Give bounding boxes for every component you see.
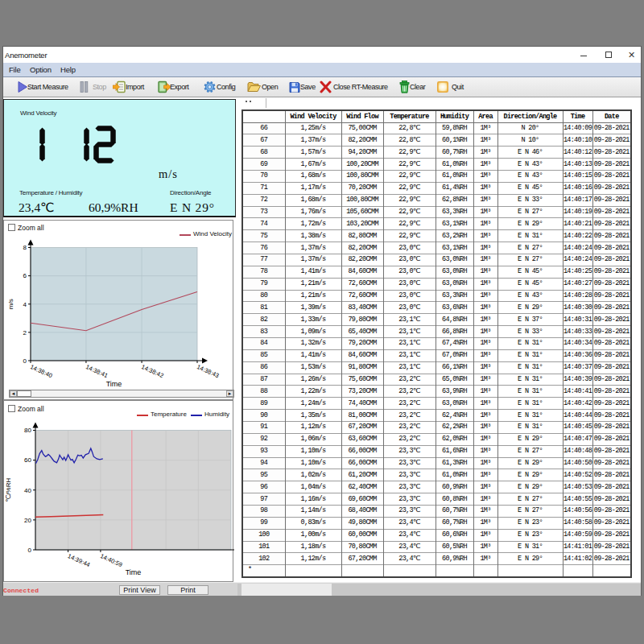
table-hscrollbar-thumb[interactable] <box>242 584 332 596</box>
cell: 100,80CMM <box>341 194 383 206</box>
table-row[interactable]: 1001,00m/s60,00CMM23,4℃60,6%RH1M³E N 23°… <box>242 529 631 541</box>
cell: E N 29° <box>497 302 563 314</box>
maximize-button[interactable] <box>594 47 617 63</box>
cell: 60,7%RH <box>436 506 473 518</box>
menu-item-help[interactable]: Help <box>60 65 76 74</box>
table-row[interactable]: 811,39m/s83,40CMM23,0℃63,6%RH1M³E N 29°1… <box>242 302 631 314</box>
cell: 09-28-2021 <box>592 481 631 493</box>
close-button[interactable]: ✕ <box>617 47 641 63</box>
cell: 23,0℃ <box>383 290 436 302</box>
table-row[interactable]: 971,16m/s69,60CMM23,3℃60,8%RH1M³E N 27°1… <box>242 493 631 506</box>
table-row[interactable]: 801,21m/s72,60CMM23,0℃63,3%RH1M³E N 43°1… <box>242 290 631 302</box>
table-row[interactable]: 791,21m/s72,60CMM23,0℃63,0%RH1M³E N 45°1… <box>242 278 631 290</box>
column-header-time[interactable]: Time <box>563 110 592 122</box>
cell: 23,1℃ <box>383 314 436 326</box>
toolbar-button-quit[interactable]: Quit <box>437 77 469 97</box>
cell: 100,80CMM <box>341 170 383 182</box>
table-row[interactable]: 731,76m/s105,60CMM22,9℃63,3%RH1M³E N 27°… <box>242 206 631 218</box>
table-row[interactable]: 671,37m/s82,20CMM22,8℃60,1%RH1M³N 10°14:… <box>242 134 631 147</box>
y-tick-label: 60 <box>24 456 31 464</box>
column-header-rowhdr[interactable] <box>242 110 285 122</box>
cell: 22,9℃ <box>383 159 436 171</box>
cell: 09-28-2021 <box>592 170 631 182</box>
column-header-date[interactable]: Date <box>592 110 631 122</box>
toolbar-button-save[interactable]: Save <box>289 77 318 97</box>
cell: E N 46° <box>497 147 563 159</box>
table-row[interactable]: 961,04m/s62,40CMM23,3℃60,9%RH1M³E N 29°1… <box>242 481 631 493</box>
new-row[interactable]: * <box>242 565 631 577</box>
cell: 14:40:53 <box>563 481 592 493</box>
table-row[interactable]: 771,37m/s82,20CMM23,0℃63,0%RH1M³E N 27°1… <box>242 254 631 266</box>
toolbar-button-import[interactable]: Import <box>113 77 151 97</box>
scroll-left-arrow[interactable]: ◄ <box>10 390 17 397</box>
temp-humidity-chart-panel: Zoom allTemperatureHumidity02040608014:3… <box>3 400 233 582</box>
table-row[interactable]: 901,35m/s81,00CMM23,2℃62,4%RH1M³E N 31°1… <box>242 410 631 422</box>
x-tick-label: 14:39:44 <box>67 552 91 568</box>
table-row[interactable]: 881,22m/s73,20CMM23,2℃63,9%RH1M³E N 31°1… <box>242 386 631 398</box>
cell: 100,20CMM <box>341 159 383 171</box>
table-row[interactable]: 921,06m/s63,60CMM23,2℃62,0%RH1M³E N 29°1… <box>242 433 631 445</box>
table-row[interactable]: 931,10m/s66,00CMM23,3℃61,6%RH1M³E N 27°1… <box>242 445 631 457</box>
table-row[interactable]: 781,41m/s84,60CMM23,0℃63,0%RH1M³E N 45°1… <box>242 266 631 278</box>
column-header-direction-angle[interactable]: Direction/Angle <box>497 110 563 122</box>
toolbar-button-config[interactable]: Config <box>204 77 242 97</box>
play-icon <box>17 80 28 93</box>
toolbar-button-open[interactable]: Open <box>247 77 279 97</box>
row-header: 88 <box>242 386 285 398</box>
print-button[interactable]: Print <box>167 585 208 595</box>
table-row[interactable]: 721,68m/s100,80CMM22,9℃62,8%RH1M³E N 33°… <box>242 194 631 206</box>
table-row[interactable]: 871,26m/s75,60CMM23,2℃65,0%RH1M³E N 31°1… <box>242 374 631 386</box>
table-row[interactable]: 821,33m/s79,80CMM23,1℃64,8%RH1M³E N 37°1… <box>242 314 631 326</box>
menu-item-option[interactable]: Option <box>30 65 52 74</box>
cell: 82,80CMM <box>341 230 383 242</box>
menu-item-file[interactable]: File <box>9 65 21 74</box>
column-header-wind-velocity[interactable]: Wind Velocity <box>285 110 341 122</box>
cell: 1,37m/s <box>285 134 341 147</box>
scroll-right-arrow[interactable]: ► <box>226 390 233 397</box>
table-row[interactable]: 1021,12m/s67,20CMM23,4℃60,9%RH1M³E N 29°… <box>242 553 631 565</box>
chart-hscrollbar[interactable]: ◄► <box>9 390 234 398</box>
table-row[interactable]: 1011,18m/s70,80CMM23,4℃60,5%RH1M³E N 31°… <box>242 541 631 553</box>
table-row[interactable]: 941,10m/s66,00CMM23,3℃61,3%RH1M³E N 29°1… <box>242 457 631 469</box>
table-row[interactable]: 851,41m/s84,60CMM23,1℃67,0%RH1M³E N 31°1… <box>242 349 631 361</box>
table-row[interactable]: 981,14m/s68,40CMM23,3℃60,7%RH1M³E N 27°1… <box>242 506 631 518</box>
table-row[interactable]: 911,12m/s67,20CMM23,2℃62,2%RH1M³E N 31°1… <box>242 421 631 433</box>
cell: 79,20CMM <box>341 337 383 349</box>
cell: 1M³ <box>473 361 497 374</box>
scroll-thumb[interactable] <box>17 390 31 397</box>
table-row[interactable]: 831,09m/s65,40CMM23,1℃66,8%RH1M³E N 33°1… <box>242 326 631 338</box>
toolbar-button-export[interactable]: Export <box>158 77 196 97</box>
column-header-area[interactable]: Area <box>473 110 497 122</box>
toolbar-button-clear[interactable]: Clear <box>399 77 431 97</box>
export-icon <box>158 80 171 97</box>
table-row[interactable]: 761,37m/s82,20CMM23,0℃63,1%RH1M³E N 27°1… <box>242 242 631 254</box>
table-row[interactable]: 891,24m/s74,40CMM23,2℃63,0%RH1M³E N 31°1… <box>242 398 631 410</box>
cell: 09-28-2021 <box>592 398 631 410</box>
table-row[interactable]: 741,72m/s103,20CMM22,9℃63,1%RH1M³E N 29°… <box>242 218 631 230</box>
column-header-temperature[interactable]: Temperature <box>383 110 436 122</box>
table-row[interactable]: 701,68m/s100,80CMM22,9℃61,0%RH1M³E N 43°… <box>242 170 631 182</box>
cell: 1M³ <box>473 122 497 134</box>
cell: 63,6%RH <box>436 302 473 314</box>
column-header-wind-flow[interactable]: Wind Flow <box>341 110 383 122</box>
column-header-humidity[interactable]: Humidity <box>436 110 473 122</box>
table-row[interactable]: 751,38m/s82,80CMM22,9℃63,2%RH1M³E N 31°1… <box>242 230 631 242</box>
table-row[interactable]: 681,57m/s94,20CMM22,9℃60,7%RH1M³E N 46°1… <box>242 147 631 159</box>
print-view-button[interactable]: Print View <box>119 585 160 595</box>
cell: 14:40:27 <box>563 278 592 290</box>
toolbar-button-stop[interactable]: Stop <box>80 77 110 97</box>
table-row[interactable]: 951,02m/s61,20CMM23,3℃61,0%RH1M³E N 29°1… <box>242 469 631 481</box>
play-icon <box>17 80 28 97</box>
minimize-button[interactable] <box>571 47 594 63</box>
toolbar-button-start-measure[interactable]: Start Measure <box>17 77 79 97</box>
table-row[interactable]: 861,53m/s91,80CMM23,1℃66,1%RH1M³E N 31°1… <box>242 361 631 374</box>
table-row[interactable]: 711,17m/s70,20CMM22,9℃61,4%RH1M³E N 45°1… <box>242 182 631 194</box>
table-row[interactable]: 691,67m/s100,20CMM22,9℃61,0%RH1M³E N 43°… <box>242 159 631 171</box>
table-row[interactable]: 990,83m/s49,80CMM23,4℃60,7%RH1M³E N 23°1… <box>242 517 631 529</box>
table-row[interactable]: 841,32m/s79,20CMM23,1℃67,4%RH1M³E N 31°1… <box>242 337 631 349</box>
table-hscrollbar[interactable] <box>237 584 641 596</box>
toolbar-button-close-rt-measure[interactable]: Close RT-Measure <box>320 77 396 97</box>
cell: 0,83m/s <box>285 517 341 529</box>
lcd-direction-label: Direction/Angle <box>170 189 211 196</box>
table-row[interactable]: 661,25m/s75,00CMM22,8℃59,8%RH1M³N 20°14:… <box>242 122 631 134</box>
